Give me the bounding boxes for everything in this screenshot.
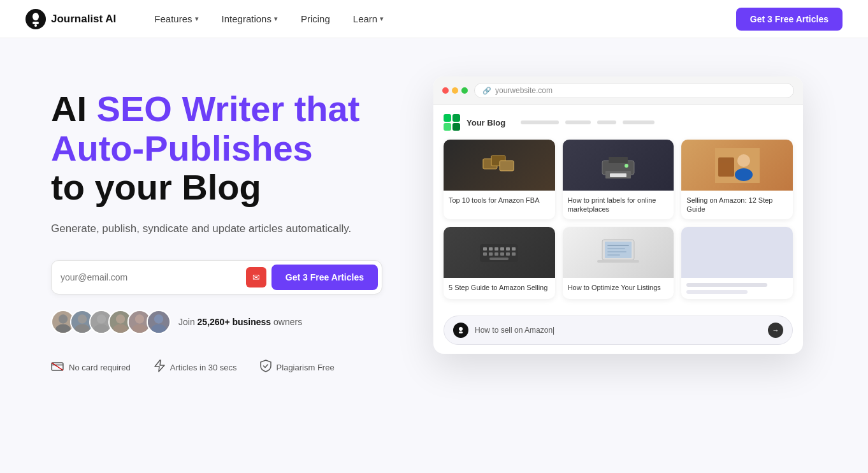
blog-content: Your Blog xyxy=(433,105,803,316)
nav-pricing[interactable]: Pricing xyxy=(301,13,330,24)
svg-rect-43 xyxy=(500,252,504,256)
minimize-dot xyxy=(452,87,458,94)
article-card: Selling on Amazon: 12 Step Guide xyxy=(681,140,793,219)
svg-point-5 xyxy=(55,324,70,334)
browser-bar: 🔗 yourwebsite.com xyxy=(433,76,803,105)
svg-rect-34 xyxy=(483,247,487,251)
nav-line xyxy=(597,120,616,124)
blog-name: Your Blog xyxy=(467,118,505,127)
chevron-down-icon: ▾ xyxy=(380,15,384,23)
svg-point-12 xyxy=(135,314,144,323)
article-image xyxy=(681,227,793,278)
svg-point-4 xyxy=(59,314,68,323)
hero-title: AI SEO Writer thatAuto-Publishes to your… xyxy=(51,89,408,207)
svg-rect-21 xyxy=(500,161,514,171)
link-icon: 🔗 xyxy=(482,87,491,95)
logo-block xyxy=(444,123,451,131)
svg-point-8 xyxy=(97,314,106,323)
hero-title-highlight: SEO Writer thatAuto-Publishes xyxy=(51,89,359,168)
svg-rect-52 xyxy=(607,251,626,252)
svg-point-11 xyxy=(113,324,127,334)
form-cta-button[interactable]: Get 3 Free Articles xyxy=(271,265,378,290)
svg-rect-36 xyxy=(495,247,498,251)
article-image xyxy=(444,227,555,278)
logo[interactable]: Journalist AI xyxy=(25,9,116,29)
svg-point-13 xyxy=(132,324,147,334)
logo-block xyxy=(452,114,460,122)
article-image xyxy=(563,140,674,191)
svg-point-7 xyxy=(75,324,89,334)
chevron-down-icon: ▾ xyxy=(274,15,278,23)
email-form: ✉ Get 3 Free Articles xyxy=(51,260,382,295)
svg-point-14 xyxy=(154,314,163,323)
article-card: How to Optimize Your Listings xyxy=(563,227,674,299)
lightning-icon xyxy=(154,360,165,375)
svg-rect-40 xyxy=(483,252,487,256)
svg-rect-51 xyxy=(607,248,625,249)
trust-badges: No card required Articles in 30 secs Pla… xyxy=(51,360,408,375)
svg-rect-45 xyxy=(512,252,516,256)
article-caption: Top 10 tools for Amazon FBA xyxy=(444,191,555,210)
article-image xyxy=(563,227,674,278)
nav-links: Features ▾ Integrations ▾ Pricing Learn … xyxy=(154,13,735,24)
article-grid-row2: 5 Step Guide to Amazon Selling xyxy=(444,227,793,299)
hero-title-end: to your Blog xyxy=(51,167,261,207)
article-caption: 5 Step Guide to Amazon Selling xyxy=(444,278,555,297)
svg-line-18 xyxy=(52,363,63,370)
svg-point-54 xyxy=(459,327,463,331)
article-caption: Selling on Amazon: 12 Step Guide xyxy=(681,191,793,219)
avatar-group xyxy=(51,310,171,334)
svg-rect-42 xyxy=(495,252,498,256)
hero-left: AI SEO Writer thatAuto-Publishes to your… xyxy=(51,76,408,375)
svg-point-1 xyxy=(33,13,39,20)
navigation: Journalist AI Features ▾ Integrations ▾ … xyxy=(0,0,868,38)
svg-rect-48 xyxy=(605,242,632,258)
svg-rect-49 xyxy=(597,260,639,263)
chevron-down-icon: ▾ xyxy=(195,15,199,23)
avatar xyxy=(147,310,171,334)
chat-send-button[interactable]: → xyxy=(768,323,783,338)
nav-integrations[interactable]: Integrations ▾ xyxy=(222,13,278,24)
close-dot xyxy=(442,87,449,94)
svg-rect-55 xyxy=(459,331,463,333)
chat-logo xyxy=(453,323,468,338)
svg-rect-44 xyxy=(506,252,510,256)
svg-rect-39 xyxy=(512,247,516,251)
nav-learn[interactable]: Learn ▾ xyxy=(353,13,384,24)
svg-rect-37 xyxy=(500,247,504,251)
svg-point-15 xyxy=(151,324,166,334)
blog-nav-lines xyxy=(521,120,655,124)
svg-rect-35 xyxy=(489,247,493,251)
nav-cta-button[interactable]: Get 3 Free Articles xyxy=(736,8,843,31)
svg-rect-32 xyxy=(718,157,734,177)
nav-features[interactable]: Features ▾ xyxy=(154,13,198,24)
logo-icon xyxy=(25,9,46,29)
chat-input[interactable]: How to sell on Amazon| xyxy=(475,326,762,335)
logo-block xyxy=(452,123,460,131)
badge-plagiarism-free: Plagiarism Free xyxy=(260,360,335,375)
svg-rect-41 xyxy=(489,252,493,256)
nav-line xyxy=(565,120,591,124)
maximize-dot xyxy=(461,87,468,94)
nav-line xyxy=(623,120,655,124)
browser-mockup: 🔗 yourwebsite.com Your xyxy=(433,76,803,354)
article-card: 5 Step Guide to Amazon Selling xyxy=(444,227,555,299)
social-proof-text: Join 25,260+ business owners xyxy=(178,317,302,327)
nav-line xyxy=(521,120,559,124)
svg-rect-53 xyxy=(607,254,620,256)
email-input[interactable] xyxy=(61,272,246,282)
article-card: How to print labels for online marketpla… xyxy=(563,140,674,219)
badge-articles-speed: Articles in 30 secs xyxy=(154,360,237,375)
article-card: Top 10 tools for Amazon FBA xyxy=(444,140,555,219)
svg-point-31 xyxy=(735,168,753,181)
svg-rect-46 xyxy=(489,258,509,260)
article-caption: How to print labels for online marketpla… xyxy=(563,191,674,219)
chat-bar: How to sell on Amazon| → xyxy=(444,316,793,345)
url-bar: 🔗 yourwebsite.com xyxy=(474,83,794,98)
hero-subtitle: Generate, publish, syndicate and update … xyxy=(51,220,408,237)
article-image xyxy=(681,140,793,191)
svg-point-9 xyxy=(94,324,108,334)
svg-point-30 xyxy=(737,154,750,167)
svg-point-6 xyxy=(78,314,87,323)
svg-rect-27 xyxy=(610,173,626,177)
